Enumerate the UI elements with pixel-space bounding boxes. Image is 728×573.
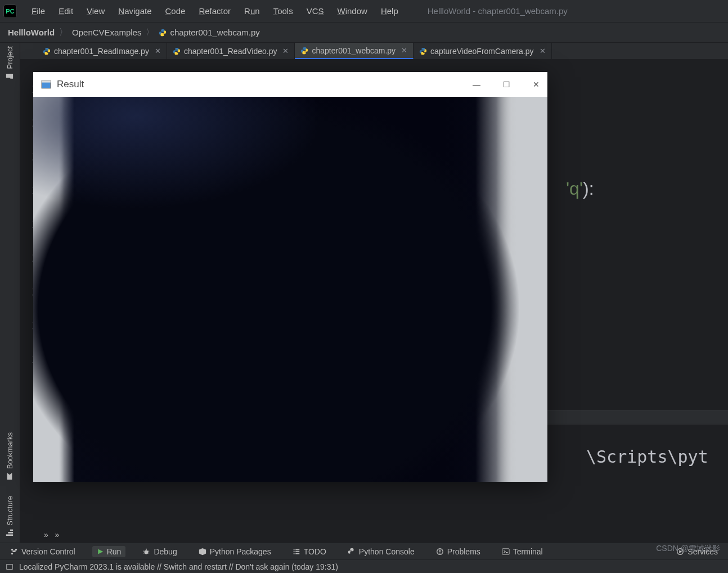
svg-rect-7 [439, 552, 441, 553]
folder-icon [6, 72, 14, 80]
maximize-icon[interactable]: ☐ [503, 80, 510, 89]
menu-window[interactable]: WindowWindow [331, 4, 374, 18]
menu-refactor[interactable]: RefactorRefactor [192, 4, 237, 18]
menu-help[interactable]: HelpHelp [374, 4, 405, 18]
menu-view[interactable]: ViewView [80, 4, 111, 18]
app-window-icon [41, 79, 51, 89]
notification-icon[interactable] [6, 563, 14, 571]
play-icon [97, 548, 104, 555]
svg-rect-1 [8, 532, 14, 534]
panel-expand-arrows[interactable]: » » [44, 530, 59, 539]
menu-run[interactable]: RunRun [237, 4, 267, 18]
close-icon[interactable]: ✕ [540, 47, 546, 55]
watermark: CSDN @雪域迷影 [656, 544, 720, 554]
menu-file[interactable]: FFileile [25, 4, 52, 18]
tool-todo[interactable]: TODO [288, 546, 331, 557]
branch-icon [10, 548, 18, 556]
result-window[interactable]: Result — ☐ ✕ [33, 72, 547, 482]
tab-webcam[interactable]: chapter001_webcam.py ✕ [295, 43, 414, 59]
breadcrumb-root[interactable]: HellloWorld [8, 28, 55, 37]
close-icon[interactable]: ✕ [155, 47, 161, 55]
status-message[interactable]: Localized PyCharm 2023.1 is available //… [19, 562, 338, 571]
tool-version-control[interactable]: Version Control [6, 546, 80, 557]
console-text: \Scripts\pyt [586, 447, 708, 467]
close-icon[interactable]: ✕ [401, 46, 407, 55]
python-icon [159, 29, 167, 37]
tab-readimage[interactable]: chapter001_ReadImage.py ✕ [37, 43, 167, 59]
tool-problems[interactable]: Problems [432, 546, 485, 557]
bug-icon [142, 548, 150, 556]
editor-tabs: chapter001_ReadImage.py ✕ chapter001_Rea… [20, 43, 728, 60]
python-icon [419, 47, 427, 55]
python-icon [43, 47, 51, 55]
svg-rect-2 [10, 530, 13, 531]
menu-code[interactable]: CodeCode [159, 4, 192, 18]
packages-icon [199, 548, 206, 556]
tab-capturevideo[interactable]: captureVideoFromCamera.py ✕ [414, 43, 551, 59]
tab-label: chapter001_webcam.py [312, 46, 396, 55]
left-rail: Project Bookmarks Structure [0, 43, 20, 543]
breadcrumb-folder[interactable]: OpenCVExamples [72, 28, 141, 37]
result-title-text: Result [57, 79, 84, 90]
tool-run[interactable]: Run [92, 546, 126, 557]
breadcrumb: HellloWorld 〉 OpenCVExamples 〉 chapter00… [0, 23, 728, 43]
result-titlebar[interactable]: Result — ☐ ✕ [33, 72, 547, 97]
rail-project[interactable]: Project [6, 46, 14, 80]
structure-icon [6, 529, 14, 537]
main-menu: FFileile EditEdit ViewView NavigateNavig… [25, 4, 405, 18]
window-title: HellloWorld - chapter001_webcam.py [428, 6, 568, 16]
breadcrumb-sep: 〉 [146, 27, 154, 38]
menu-navigate[interactable]: NavigateNavigate [111, 4, 158, 18]
rail-bookmarks[interactable]: Bookmarks [6, 432, 14, 480]
close-icon[interactable]: ✕ [282, 47, 289, 55]
svg-rect-10 [7, 564, 13, 569]
list-icon [293, 548, 300, 556]
tool-python-packages[interactable]: Python Packages [194, 546, 276, 557]
close-icon[interactable]: ✕ [533, 80, 540, 89]
svg-rect-12 [42, 80, 51, 82]
tool-debug[interactable]: Debug [138, 546, 181, 557]
statusbar: Localized PyCharm 2023.1 is available //… [0, 559, 728, 573]
menu-edit[interactable]: EditEdit [52, 4, 80, 18]
bottom-toolbar: Version Control Run Debug Python Package… [0, 543, 728, 559]
result-image [33, 97, 547, 482]
python-icon [300, 47, 308, 55]
breadcrumb-file[interactable]: chapter001_webcam.py [170, 28, 259, 37]
svg-rect-0 [6, 535, 13, 536]
python-icon [173, 47, 181, 55]
pycharm-icon: PC [3, 5, 17, 18]
tab-label: chapter001_ReadImage.py [54, 47, 149, 56]
titlebar: PC FFileile EditEdit ViewView NavigateNa… [0, 0, 728, 23]
svg-rect-6 [439, 549, 441, 552]
python-icon [348, 548, 356, 556]
tab-label: captureVideoFromCamera.py [430, 47, 533, 56]
tab-label: chapter001_ReadVideo.py [184, 47, 277, 56]
terminal-icon [502, 548, 510, 556]
tab-readvideo[interactable]: chapter001_ReadVideo.py ✕ [167, 43, 295, 59]
breadcrumb-sep: 〉 [59, 27, 68, 38]
tool-terminal[interactable]: Terminal [497, 546, 547, 557]
bookmark-icon [6, 472, 14, 480]
rail-structure[interactable]: Structure [6, 496, 14, 537]
warning-icon [436, 548, 444, 556]
tool-python-console[interactable]: Python Console [343, 546, 419, 557]
svg-point-4 [145, 550, 149, 554]
menu-vcs[interactable]: VCSVCS [300, 4, 331, 18]
code-fragment: 'q'): [566, 178, 594, 199]
menu-tools[interactable]: ToolsTools [267, 4, 300, 18]
minimize-icon[interactable]: — [473, 80, 480, 89]
